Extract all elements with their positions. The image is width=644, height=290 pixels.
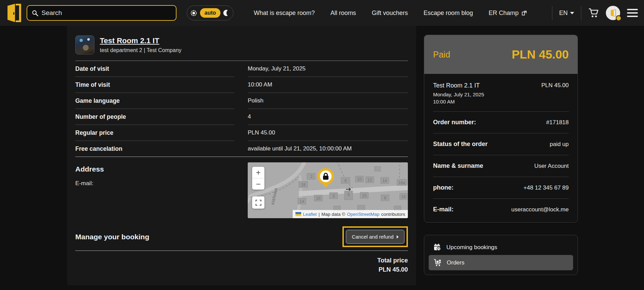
map-building-number: 16 [301,182,306,187]
navbar-right-group: EN [552,6,638,20]
order-row-value: paid up [550,141,569,148]
nav-what-is-escape-room[interactable]: What is escape room? [254,10,315,17]
order-phone-row: phone: +48 12 345 67 89 [433,177,569,199]
map-building-number: 15 [316,196,321,201]
ukraine-flag-icon [295,212,301,216]
divider [75,251,408,251]
language-selector[interactable]: EN [559,10,574,17]
order-row-label: Order number: [433,119,476,126]
order-row-value: useraccount@lock.me [511,206,569,213]
external-link-icon [521,10,527,16]
nav-escape-room-blog[interactable]: Escape room blog [424,10,473,17]
order-email-row: E-mail: useraccount@lock.me [433,199,569,220]
order-item-date: Monday, July 21, 2025 [433,92,484,97]
divider [75,157,408,157]
payment-status-header: Paid PLN 45.00 [424,35,578,74]
order-name-row: Name & surname User Account [433,155,569,177]
detail-row-language: Game language Polish [75,93,408,109]
search-input[interactable] [42,9,171,17]
order-row-label: Name & surname [433,162,483,170]
map-zoom-out-button[interactable]: − [252,178,264,190]
menu-upcoming-bookings[interactable]: Upcoming bookings [429,240,573,255]
cancel-and-refund-button[interactable]: Cancel and refund [346,230,404,244]
theme-toggle[interactable]: auto [187,5,233,20]
detail-value: available until Jul 21, 2025, 10:00:00 A… [248,141,408,157]
detail-value: 4 [248,109,408,125]
room-subtitle: test department 2 | Test Company [100,47,182,53]
door-logo-icon [6,4,21,22]
total-price-label: Total price [75,257,408,264]
orders-trolley-icon [433,259,442,267]
cart-icon[interactable] [588,8,599,18]
order-row-label: E-mail: [433,206,454,213]
manage-booking-section: Manage your booking Cancel and refund [75,226,408,247]
hamburger-menu-icon[interactable] [627,7,638,18]
detail-label: Number of people [75,109,234,125]
map-building-number: 14 [300,199,304,204]
map-fullscreen-button[interactable] [252,196,264,209]
search-box[interactable] [27,5,177,21]
menu-orders[interactable]: Orders [429,255,573,270]
order-row-label: phone: [433,184,454,191]
map-marker-lock[interactable] [318,168,334,184]
map-building-number: 16 [401,194,406,199]
room-thumbnail[interactable] [75,35,94,54]
map-building-number: 3 [333,194,335,198]
map-zoom-in-button[interactable]: + [252,167,264,178]
detail-value: Monday, July 21, 2025 [248,61,408,77]
room-header: Test Room 2.1 IT test department 2 | Tes… [75,35,408,54]
primary-nav-links: What is escape room? All rooms Gift vouc… [254,10,527,17]
detail-row-price: Regular price PLN 45.00 [75,125,408,141]
order-row-value: +48 12 345 67 89 [523,184,569,191]
address-email-label: E-mail: [75,180,248,187]
attribution-text: Map data © [321,212,345,217]
map-building-number: 9 [384,196,386,200]
map-marker-tail [323,183,329,188]
chevron-right-icon [397,235,399,239]
nav-all-rooms[interactable]: All rooms [331,10,356,17]
calendar-clock-icon [433,243,441,251]
attribution-text: contributors [381,212,405,217]
theme-auto-pill[interactable]: auto [200,8,220,18]
cancel-button-highlight: Cancel and refund [342,226,408,247]
detail-value: 10:00 AM [248,77,408,93]
order-item-title: Test Room 2.1 IT [433,82,484,89]
order-status-row: Status of the order paid up [433,133,569,155]
manage-booking-heading: Manage your booking [75,233,149,241]
leaflet-link[interactable]: Leaflet [303,212,317,217]
cancel-button-label: Cancel and refund [352,234,394,240]
openstreetmap-link[interactable]: OpenStreetMap [347,212,379,217]
map-building-number: 14 [382,178,387,183]
location-map[interactable]: 2 16 8 10 12 14 16a 15 3 5 15 9 16 14 [248,162,408,218]
site-logo-door-icon[interactable] [6,4,21,22]
lock-icon [322,173,329,180]
avatar-status-dot [616,15,622,21]
map-attribution: Leaflet | Map data © OpenStreetMap contr… [293,210,408,218]
user-avatar[interactable] [606,6,620,20]
room-title-link[interactable]: Test Room 2.1 IT [100,36,182,45]
map-building-number: 5 [348,192,350,197]
avatar-door-icon [610,9,616,17]
order-row-value: User Account [534,163,569,170]
search-icon [32,10,38,16]
address-section: Address E-mail: [75,162,408,218]
order-number-row: Order number: #171818 [433,112,569,133]
nav-gift-vouchers[interactable]: Gift vouchers [372,10,408,17]
nav-er-champ[interactable]: ER Champ [489,10,527,17]
order-item-price: PLN 45.00 [541,82,569,104]
map-zoom-control: + − [252,167,264,190]
navbar-separator [581,6,581,20]
totals-block: Total price PLN 45.00 [75,257,408,273]
order-summary-card: Paid PLN 45.00 Test Room 2.1 IT Monday, … [424,35,578,223]
order-item-time: 10:00 AM [433,99,484,104]
fullscreen-icon [256,200,261,206]
detail-label: Free cancelation [75,141,234,157]
navbar-separator [552,6,552,20]
menu-item-label: Orders [447,259,464,266]
map-building-number: 10 [357,177,362,182]
menu-item-label: Upcoming bookings [446,244,497,251]
chevron-down-icon [570,12,574,14]
paid-amount: PLN 45.00 [512,48,569,61]
account-menu-card: Upcoming bookings Orders [424,235,578,275]
detail-row-cancelation: Free cancelation available until Jul 21,… [75,141,408,157]
